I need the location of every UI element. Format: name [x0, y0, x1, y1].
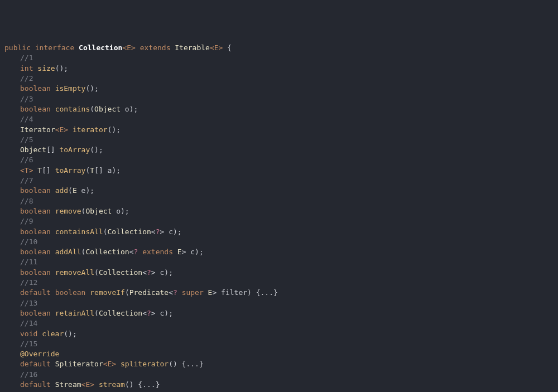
code-line: default Spliterator<E> spliterator() {..…	[4, 359, 554, 369]
code-line: boolean retainAll(Collection<?> c);	[4, 308, 554, 318]
code-line: Iterator<E> iterator();	[4, 125, 554, 135]
code-line: //4	[4, 114, 554, 124]
code-line: //13	[4, 298, 554, 308]
code-line: //11	[4, 257, 554, 267]
code-line: boolean add(E e);	[4, 186, 554, 196]
code-line: boolean containsAll(Collection<?> c);	[4, 227, 554, 237]
code-line: //9	[4, 216, 554, 226]
code-line: //14	[4, 318, 554, 328]
code-line: //12	[4, 278, 554, 288]
code-line: //17	[4, 390, 554, 392]
code-line: //6	[4, 155, 554, 165]
code-line: void clear();	[4, 329, 554, 339]
code-line: int size();	[4, 64, 554, 74]
code-line: boolean remove(Object o);	[4, 206, 554, 216]
code-line: //1	[4, 53, 554, 63]
code-line: boolean contains(Object o);	[4, 104, 554, 114]
code-line: public interface Collection<E> extends I…	[4, 43, 554, 53]
code-line: //16	[4, 370, 554, 380]
code-line: //8	[4, 196, 554, 206]
code-line: boolean isEmpty();	[4, 84, 554, 94]
code-line: <T> T[] toArray(T[] a);	[4, 166, 554, 176]
code-line: @Override	[4, 349, 554, 359]
code-line: Object[] toArray();	[4, 145, 554, 155]
code-line: //5	[4, 135, 554, 145]
code-line: default boolean removeIf(Predicate<? sup…	[4, 288, 554, 298]
code-block: public interface Collection<E> extends I…	[4, 43, 554, 392]
code-line: default Stream<E> stream() {...}	[4, 380, 554, 390]
code-line: boolean removeAll(Collection<?> c);	[4, 268, 554, 278]
code-line: boolean addAll(Collection<? extends E> c…	[4, 247, 554, 257]
code-line: //15	[4, 339, 554, 349]
code-line: //3	[4, 94, 554, 104]
code-line: //10	[4, 237, 554, 247]
code-line: //2	[4, 74, 554, 84]
code-line: //7	[4, 176, 554, 186]
